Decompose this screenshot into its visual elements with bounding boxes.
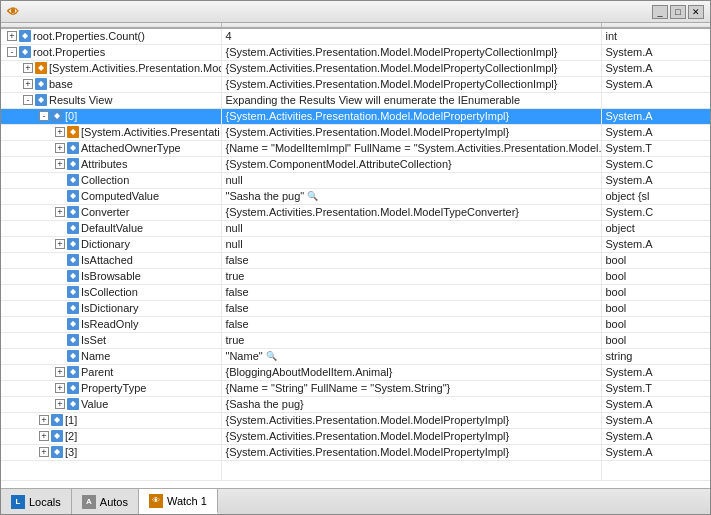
value-cell: {Name = "ModelItemImpl" FullName = "Syst… (221, 140, 601, 156)
row-name: [System.Activities.Presentation.Moc (49, 62, 221, 74)
name-cell: ◆IsCollection (1, 284, 221, 300)
value-cell: Expanding the Results View will enumerat… (221, 92, 601, 108)
row-name: [1] (65, 414, 77, 426)
name-cell: ◆DefaultValue (1, 220, 221, 236)
row-value: false (226, 318, 249, 330)
value-cell: {System.Activities.Presentation.Model.Mo… (221, 44, 601, 60)
tab-watch1[interactable]: 👁 Watch 1 (139, 489, 218, 514)
row-name: Converter (81, 206, 129, 218)
table-row[interactable]: +◆PropertyType{Name = "String" FullName … (1, 380, 710, 396)
expand-icon[interactable]: + (55, 239, 65, 249)
table-row[interactable]: +◆AttachedOwnerType{Name = "ModelItemImp… (1, 140, 710, 156)
expand-icon[interactable]: + (55, 207, 65, 217)
expand-icon[interactable]: + (39, 447, 49, 457)
expand-icon[interactable]: + (23, 63, 33, 73)
table-row[interactable]: +◆[System.Activities.Presentati{System.A… (1, 124, 710, 140)
expand-icon[interactable]: + (55, 159, 65, 169)
value-cell: {System.Activities.Presentation.Model.Mo… (221, 124, 601, 140)
row-value: {Sasha the pug} (226, 398, 304, 410)
table-row[interactable]: -◆Results ViewExpanding the Results View… (1, 92, 710, 108)
table-row[interactable]: ◆IsBrowsabletruebool (1, 268, 710, 284)
table-row[interactable]: +◆DictionarynullSystem.A (1, 236, 710, 252)
table-row[interactable]: +◆Value{Sasha the pug}System.A (1, 396, 710, 412)
expand-icon[interactable]: - (7, 47, 17, 57)
table-row[interactable]: +◆[System.Activities.Presentation.Moc{Sy… (1, 60, 710, 76)
table-row[interactable]: ◆IsAttachedfalsebool (1, 252, 710, 268)
type-cell (601, 92, 710, 108)
table-row[interactable]: ◆IsCollectionfalsebool (1, 284, 710, 300)
expand-icon[interactable]: + (39, 415, 49, 425)
row-value: false (226, 302, 249, 314)
close-button[interactable]: ✕ (688, 5, 704, 19)
value-cell: false (221, 284, 601, 300)
table-row[interactable]: ◆ComputedValue"Sasha the pug"🔍object {sl (1, 188, 710, 204)
value-cell: {System.Activities.Presentation.Model.Mo… (221, 204, 601, 220)
value-cell: {Name = "String" FullName = "System.Stri… (221, 380, 601, 396)
col-header-type (601, 23, 710, 28)
expand-icon[interactable]: - (23, 95, 33, 105)
row-value: {System.Activities.Presentation.Model.Mo… (226, 46, 558, 58)
tab-autos[interactable]: A Autos (72, 489, 139, 514)
expand-icon[interactable]: + (23, 79, 33, 89)
row-value: false (226, 254, 249, 266)
table-row[interactable]: ◆Name"Name"🔍string (1, 348, 710, 364)
expand-icon[interactable]: + (55, 399, 65, 409)
property-icon: ◆ (67, 334, 79, 346)
row-name: root.Properties (33, 46, 105, 58)
name-cell: +◆root.Properties.Count() (1, 28, 221, 44)
expand-icon[interactable]: + (7, 31, 17, 41)
type-cell: System.A (601, 444, 710, 460)
table-row[interactable]: -◆[0]{System.Activities.Presentation.Mod… (1, 108, 710, 124)
table-row[interactable]: ◆IsSettruebool (1, 332, 710, 348)
minimize-button[interactable]: _ (652, 5, 668, 19)
table-row[interactable]: +◆root.Properties.Count()4int (1, 28, 710, 44)
expand-icon[interactable]: + (55, 383, 65, 393)
expand-icon[interactable]: + (39, 431, 49, 441)
row-name: [0] (65, 110, 77, 122)
row-name: IsAttached (81, 254, 133, 266)
row-value: {System.Activities.Presentation.Model.Mo… (226, 414, 510, 426)
expand-icon[interactable]: - (39, 111, 49, 121)
expand-icon[interactable]: + (55, 143, 65, 153)
table-row[interactable]: ◆DefaultValuenullobject (1, 220, 710, 236)
table-row[interactable]: +◆[3]{System.Activities.Presentation.Mod… (1, 444, 710, 460)
table-row[interactable]: ◆IsDictionaryfalsebool (1, 300, 710, 316)
row-value: Expanding the Results View will enumerat… (226, 94, 521, 106)
table-row[interactable]: +◆base{System.Activities.Presentation.Mo… (1, 76, 710, 92)
row-name: PropertyType (81, 382, 146, 394)
type-cell: System.A (601, 364, 710, 380)
table-row[interactable]: +◆Converter{System.Activities.Presentati… (1, 204, 710, 220)
magnify-icon[interactable]: 🔍 (266, 351, 277, 361)
type-cell: int (601, 28, 710, 44)
expand-icon[interactable]: + (55, 127, 65, 137)
property-icon: ◆ (51, 430, 63, 442)
name-cell: ◆Name (1, 348, 221, 364)
table-row[interactable]: +◆Attributes{System.ComponentModel.Attri… (1, 156, 710, 172)
type-cell: System.A (601, 76, 710, 92)
table-row[interactable]: +◆[2]{System.Activities.Presentation.Mod… (1, 428, 710, 444)
row-value: 4 (226, 30, 232, 42)
type-cell: string (601, 348, 710, 364)
table-row[interactable]: -◆root.Properties{System.Activities.Pres… (1, 44, 710, 60)
row-value: null (226, 238, 243, 250)
tab-locals[interactable]: L Locals (1, 489, 72, 514)
value-cell: {System.Activities.Presentation.Model.Mo… (221, 108, 601, 124)
row-value: {Name = "String" FullName = "System.Stri… (226, 382, 451, 394)
table-row[interactable]: +◆[1]{System.Activities.Presentation.Mod… (1, 412, 710, 428)
property-icon-orange: ◆ (35, 62, 47, 74)
table-row[interactable]: +◆Parent{BloggingAboutModelItem.Animal}S… (1, 364, 710, 380)
title-bar-left: 👁 (7, 5, 23, 19)
row-value: {Name = "ModelItemImpl" FullName = "Syst… (226, 142, 602, 154)
row-name: DefaultValue (81, 222, 143, 234)
maximize-button[interactable]: □ (670, 5, 686, 19)
type-cell: bool (601, 316, 710, 332)
table-row[interactable]: ◆CollectionnullSystem.A (1, 172, 710, 188)
magnify-icon[interactable]: 🔍 (307, 191, 318, 201)
row-name: [3] (65, 446, 77, 458)
expand-icon[interactable]: + (55, 367, 65, 377)
type-cell: System.A (601, 412, 710, 428)
value-cell: true (221, 332, 601, 348)
table-row[interactable]: ◆IsReadOnlyfalsebool (1, 316, 710, 332)
property-icon: ◆ (35, 94, 47, 106)
locals-icon: L (11, 495, 25, 509)
